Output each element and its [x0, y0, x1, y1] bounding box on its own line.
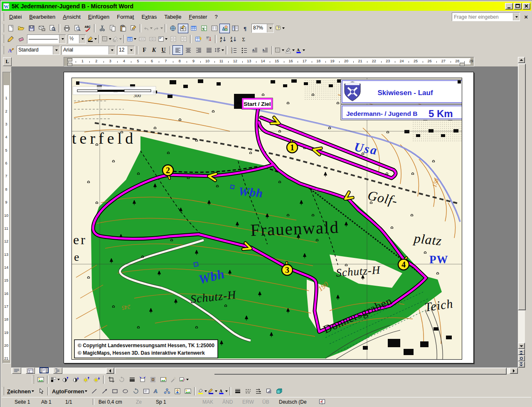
line-spacing-button[interactable]	[214, 45, 224, 55]
less-contrast-button[interactable]	[71, 375, 81, 385]
arrow-button[interactable]	[99, 387, 110, 396]
outline-view-button[interactable]	[53, 368, 62, 374]
web-layout-view-button[interactable]	[26, 368, 35, 374]
minimize-button[interactable]	[505, 3, 513, 10]
format-painter-button[interactable]	[128, 24, 138, 33]
oval-button[interactable]	[120, 387, 131, 396]
spelling-status-icon[interactable]	[317, 398, 332, 405]
arrow-style-button[interactable]	[253, 387, 264, 396]
fill-color-button[interactable]	[197, 387, 207, 396]
italic-button[interactable]: K	[149, 46, 159, 55]
decrease-indent-button[interactable]	[249, 45, 260, 55]
toolbar-grip[interactable]	[2, 387, 5, 395]
undo-button[interactable]	[143, 24, 153, 33]
print-button[interactable]	[62, 24, 72, 33]
outside-border-button[interactable]	[274, 45, 285, 55]
chevron-down-icon[interactable]	[267, 24, 273, 32]
less-brightness-button[interactable]	[91, 375, 102, 385]
drawing-button[interactable]	[219, 24, 230, 33]
insert-picture-button[interactable]	[182, 387, 193, 396]
insert-picture-button[interactable]	[35, 375, 46, 385]
compress-pictures-button[interactable]	[137, 375, 148, 385]
paste-button[interactable]	[118, 24, 128, 33]
maximize-button[interactable]	[514, 3, 522, 10]
menu-?[interactable]: ?	[211, 12, 222, 22]
new-document-button[interactable]	[5, 24, 16, 33]
status-ab1[interactable]: Ab 1	[39, 398, 63, 405]
open-button[interactable]	[16, 24, 26, 33]
sort-ascending-button[interactable]: AZ	[218, 34, 228, 44]
menu-einfgen[interactable]: Einfügen	[84, 12, 113, 22]
justify-button[interactable]	[204, 45, 214, 55]
insert-diagram-button[interactable]	[162, 387, 172, 396]
font-size[interactable]: 12	[117, 46, 135, 55]
copy-button[interactable]	[107, 24, 118, 33]
insert-table-button[interactable]	[188, 24, 199, 33]
chevron-down-icon[interactable]	[53, 46, 59, 54]
title-bar[interactable]: W 5K Jedermänner-Jugend B - Microsoft Wo…	[2, 2, 531, 11]
menu-tabelle[interactable]: Tabelle	[160, 12, 185, 22]
distribute-rows-button[interactable]	[168, 34, 178, 44]
more-contrast-button[interactable]	[60, 375, 71, 385]
vertical-scroll-thumb[interactable]	[518, 64, 526, 310]
selection-handle[interactable]	[458, 80, 461, 83]
zeichnen-menu-button[interactable]: Zeichnen	[5, 387, 36, 396]
toolbar-grip[interactable]	[2, 35, 5, 43]
print-preview-button[interactable]	[72, 24, 82, 33]
merge-cells-button[interactable]	[137, 34, 147, 44]
map-image[interactable]: 1234 terfeldere300UsaGolf-platzPW150Frau…	[71, 78, 462, 360]
select-objects-button[interactable]	[36, 387, 46, 396]
insert-clip-art-button[interactable]	[172, 387, 182, 396]
status-üb[interactable]: ÜB	[260, 398, 277, 405]
menu-ansicht[interactable]: Ansicht	[59, 12, 84, 22]
vertical-ruler[interactable]: 123456789101112131415161718192021	[2, 72, 11, 363]
document-area[interactable]: 1234 terfeldere300UsaGolf-platzPW150Frau…	[11, 66, 518, 368]
crop-button[interactable]	[106, 375, 116, 385]
status-deutschde[interactable]: Deutsch (De	[277, 398, 317, 405]
zoom-level[interactable]: 87%	[251, 24, 274, 33]
style[interactable]: Standard	[17, 46, 60, 55]
font-color-button[interactable]: A	[218, 387, 228, 396]
chevron-down-icon[interactable]	[79, 35, 86, 43]
line-weight[interactable]: ½	[68, 34, 86, 44]
select-browse-object-icon[interactable]	[518, 355, 525, 361]
menu-format[interactable]: Format	[113, 12, 138, 22]
scroll-right-icon[interactable]	[510, 368, 518, 374]
free-rotate-button[interactable]	[131, 387, 141, 396]
show-paragraph-marks-button[interactable]: ¶	[240, 24, 251, 33]
autosum-button[interactable]: Σ	[239, 34, 249, 44]
distribute-columns-button[interactable]	[178, 34, 189, 44]
align-left-button[interactable]	[172, 45, 183, 55]
change-text-direction-button[interactable]	[203, 34, 214, 44]
line-color-button[interactable]	[207, 387, 218, 396]
styles-and-formatting-button[interactable]: A	[5, 45, 16, 55]
shadow-style-button[interactable]	[264, 387, 274, 396]
bold-button[interactable]: F	[140, 46, 149, 55]
vertical-scroll-track[interactable]	[518, 63, 525, 343]
insert-hyperlink-button[interactable]	[167, 24, 178, 33]
scroll-up-icon[interactable]	[518, 57, 525, 63]
status-änd[interactable]: ÄND	[220, 398, 240, 405]
tab-selector[interactable]: L	[3, 57, 12, 66]
outside-border-button[interactable]	[101, 34, 112, 44]
split-cells-button[interactable]	[147, 34, 158, 44]
eraser-button[interactable]	[16, 34, 26, 44]
table-autoformat-button[interactable]	[193, 34, 203, 44]
image-control-button[interactable]	[50, 375, 60, 385]
right-indent-marker[interactable]	[460, 63, 465, 66]
hanging-indent-marker[interactable]	[67, 63, 72, 66]
chevron-down-icon[interactable]	[59, 35, 66, 43]
save-button[interactable]	[26, 24, 37, 33]
bullets-button[interactable]	[239, 45, 249, 55]
status-11[interactable]: 1/1	[63, 398, 91, 405]
spelling-button[interactable]: ABC	[82, 24, 93, 33]
increase-indent-button[interactable]	[260, 45, 270, 55]
line-style-button[interactable]	[232, 387, 243, 396]
status-seite1[interactable]: Seite 1	[12, 398, 39, 405]
rotate-left-button[interactable]	[116, 375, 127, 385]
dash-style-button[interactable]	[243, 387, 253, 396]
menu-bearbeiten[interactable]: Bearbeiten	[25, 12, 59, 22]
text-wrapping-button[interactable]	[148, 375, 158, 385]
line-style-combo[interactable]	[27, 34, 66, 44]
scroll-down-icon[interactable]	[518, 343, 525, 349]
